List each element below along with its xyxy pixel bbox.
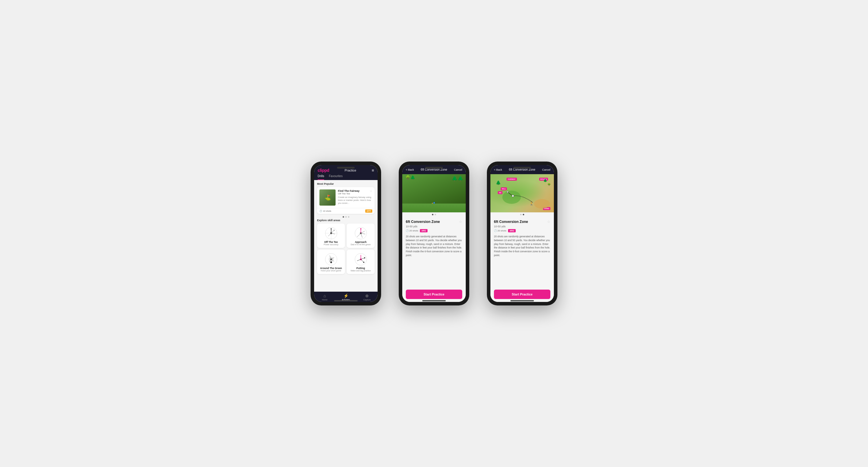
phone-1: clippd Practice ≡ Drills Favourites Most… [311,162,381,305]
back-button[interactable]: < Back [406,168,414,171]
svg-point-17 [360,228,362,229]
drill-map-image: FAIRWAY ROUGH Miss Hit SAND 🚶 [490,174,554,212]
phone3-body: 6ft Conversion Zone ☆ 10-50 yds 🕐 20 sho… [490,217,554,302]
trajectory-path: 🚶 🌲 🌲 🌳 [490,174,554,212]
phone1-body: Most Popular Find The Fairway Off The Te… [314,180,378,292]
img-dot-1[interactable] [432,214,433,215]
most-popular-label: Most Popular [317,182,375,185]
nav-activities-label: Activities [342,299,350,301]
card-text: Find The Fairway Off The Tee ☆ Create an… [338,190,372,206]
nav-capture-label: Capture [364,299,371,301]
bottom-nav: ⌂ Home ⚡ Activities ⊕ Capture [314,292,378,302]
phone-1-screen: clippd Practice ≡ Drills Favourites Most… [314,165,378,302]
dot-3[interactable] [348,216,349,218]
nav-home[interactable]: ⌂ Home [314,293,335,301]
phone-2: < Back 6ft Conversion Zone Cancel 🌲🌲 🌳🌲 … [399,162,469,305]
tab-drills[interactable]: Drills [318,174,324,180]
drill-star-icon[interactable]: ☆ [459,220,462,224]
featured-drill-card[interactable]: Find The Fairway Off The Tee ☆ Create an… [317,187,375,214]
dot-1[interactable] [343,216,344,218]
svg-point-32 [364,257,365,259]
card-description: Create an imaginary fairway using trees … [338,196,372,204]
drill-shots-p3: 🕐 20 shots [494,229,506,232]
skills-grid: Off The Tee Power accuracy [317,224,375,274]
around-the-green-icon [324,252,339,267]
svg-point-34 [534,199,550,208]
drill-star-icon-p3[interactable]: ☆ [547,220,550,224]
skill-desc: Dial-in to hit the green [350,243,371,245]
svg-point-9 [334,230,335,231]
svg-line-15 [361,233,362,238]
putting-icon [353,252,368,267]
explore-label: Explore skill areas [317,219,375,222]
svg-point-37 [512,195,514,197]
skill-off-the-tee[interactable]: Off The Tee Power accuracy [317,224,345,248]
drill-title-p3: 6ft Conversion Zone [494,220,528,224]
shots-count: 🕐 10 shots [319,210,331,212]
favorite-icon[interactable]: ☆ [370,190,372,193]
arg-tag-p3: ARG [508,229,516,232]
card-title: Find The Fairway [338,190,360,192]
svg-line-29 [361,258,365,259]
img-dot-2[interactable] [435,214,436,215]
skill-name: Around The Green [320,267,342,270]
home-icon: ⌂ [323,293,326,298]
nav-capture[interactable]: ⊕ Capture [356,293,378,301]
tabs-bar: Drills Favourites [314,173,378,180]
svg-point-35 [502,191,521,204]
card-footer: 🕐 10 shots OTT [317,208,375,214]
image-dots [402,212,466,217]
nav-home-label: Home [322,299,328,301]
image-dots-p3 [490,212,554,217]
clock-icon: 🕐 [406,229,409,232]
approach-icon [353,226,368,240]
start-practice-button[interactable]: Start Practice [406,290,462,299]
phone-3: < Back 6ft Conversion Zone Cancel FAIRWA… [487,162,557,305]
img-dot-p3-1[interactable] [520,214,522,215]
back-button-p3[interactable]: < Back [494,168,502,171]
header-title: Practice [345,169,356,172]
svg-line-5 [331,230,334,233]
tab-favourites[interactable]: Favourites [329,174,343,180]
skill-putting[interactable]: Putting Make and lag practice [347,249,375,274]
svg-point-38 [507,191,508,193]
card-subtitle: Off The Tee [338,192,360,195]
drill-description-p3: 20 shots are randomly generated at dista… [494,235,550,287]
svg-line-31 [357,259,361,261]
drill-range-p3: 10-50 yds [494,225,550,228]
capture-icon: ⊕ [365,293,369,298]
skill-name: Off The Tee [324,240,338,243]
carousel-dots [317,216,375,218]
cancel-button-p3[interactable]: Cancel [542,168,550,171]
svg-point-25 [330,261,332,263]
cancel-button[interactable]: Cancel [454,168,462,171]
activities-icon: ⚡ [343,293,348,298]
ott-tag: OTT [365,209,372,213]
phone2-body: 6ft Conversion Zone ☆ 10-50 yds 🕐 20 sho… [402,217,466,302]
skill-desc: Power accuracy [324,243,339,245]
svg-line-30 [361,259,364,262]
phone-2-screen: < Back 6ft Conversion Zone Cancel 🌲🌲 🌳🌲 … [402,165,466,302]
svg-line-13 [361,231,365,233]
skill-name: Approach [355,240,367,243]
phone2-header: < Back 6ft Conversion Zone Cancel [402,165,466,174]
drill-title: 6ft Conversion Zone [406,220,440,224]
svg-point-8 [331,228,332,229]
dot-2[interactable] [345,216,347,218]
drill-meta-p3: 🕐 20 shots ARG [494,229,550,232]
phones-container: clippd Practice ≡ Drills Favourites Most… [311,162,557,305]
svg-line-7 [328,233,331,236]
svg-text:🌳: 🌳 [548,183,551,186]
off-the-tee-icon [324,226,339,240]
menu-icon[interactable]: ≡ [372,168,374,173]
img-dot-p3-2[interactable] [523,214,524,215]
start-practice-button-p3[interactable]: Start Practice [494,290,550,299]
drill-shots: 🕐 20 shots [406,229,418,232]
skill-around-the-green[interactable]: Around The Green Hone your short game [317,249,345,274]
skill-approach[interactable]: Approach Dial-in to hit the green [347,224,375,248]
drill-meta: 🕐 20 shots ARG [406,229,462,232]
phone3-header: < Back 6ft Conversion Zone Cancel [490,165,554,174]
skill-desc: Hone your short game [321,270,341,272]
drill-description: 20 shots are randomly generated at dista… [406,235,462,287]
nav-activities[interactable]: ⚡ Activities [335,293,356,301]
